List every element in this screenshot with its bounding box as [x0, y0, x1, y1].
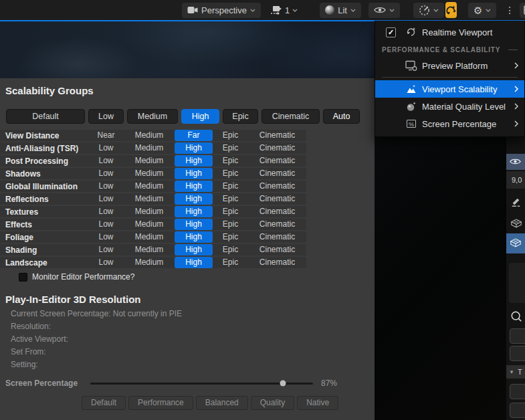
quality-cinematic-button[interactable]: Cinematic	[261, 109, 320, 124]
row-option-selected[interactable]: High	[175, 206, 213, 217]
row-option[interactable]: Epic	[213, 130, 248, 141]
slider-thumb[interactable]	[280, 381, 286, 387]
row-option[interactable]: Low	[88, 155, 124, 167]
category-header[interactable]: ▼ T	[506, 365, 525, 379]
clipped-button[interactable]	[510, 328, 525, 344]
row-option[interactable]: Medium	[124, 257, 175, 268]
row-option[interactable]: Cinematic	[248, 244, 306, 255]
row-option[interactable]: Epic	[213, 155, 248, 167]
row-option[interactable]: Epic	[213, 257, 248, 268]
menu-item-realtime-viewport[interactable]: ✓ Realtime Viewport	[375, 23, 524, 41]
property-value-field[interactable]: 9,0	[506, 171, 525, 189]
row-option-selected[interactable]: High	[175, 193, 213, 205]
row-option[interactable]: Cinematic	[248, 231, 306, 243]
performance-scalability-dropdown[interactable]	[413, 3, 444, 18]
preset-balanced-button[interactable]: Balanced	[196, 396, 248, 410]
row-option[interactable]: Medium	[124, 155, 175, 167]
row-option[interactable]: Epic	[213, 231, 248, 243]
row-option[interactable]: Medium	[124, 231, 175, 243]
row-option[interactable]: Low	[88, 231, 124, 243]
row-option[interactable]: Low	[88, 206, 124, 217]
visibility-toggle-button[interactable]	[506, 154, 525, 170]
menu-item-viewport-scalability[interactable]: Viewport Scalability	[375, 80, 524, 98]
camera-speed-control[interactable]: 1	[270, 5, 298, 15]
row-option[interactable]: Epic	[213, 142, 248, 154]
row-option[interactable]: Epic	[213, 181, 248, 192]
row-option[interactable]: Medium	[124, 142, 175, 154]
row-option[interactable]: Low	[88, 142, 124, 154]
preset-default-button[interactable]: Default	[82, 396, 126, 410]
row-option-selected[interactable]: Far	[175, 130, 213, 141]
row-option-selected[interactable]: High	[175, 168, 213, 179]
preset-native-button[interactable]: Native	[297, 396, 338, 410]
row-option[interactable]: Cinematic	[248, 181, 306, 192]
row-option-selected[interactable]: High	[175, 181, 213, 192]
row-option[interactable]: Epic	[213, 219, 248, 230]
quality-low-button[interactable]: Low	[88, 109, 124, 124]
realtime-checkbox[interactable]: ✓	[386, 27, 396, 37]
sparkle-arrows-button[interactable]	[445, 2, 457, 18]
row-option[interactable]: Epic	[213, 206, 248, 217]
viewport-layout-button[interactable]	[520, 3, 525, 18]
row-option[interactable]: Cinematic	[248, 193, 306, 205]
row-option[interactable]: Cinematic	[248, 142, 306, 154]
clipped-button[interactable]	[510, 346, 525, 361]
show-flags-dropdown[interactable]	[369, 3, 400, 18]
row-option[interactable]: Cinematic	[248, 219, 306, 230]
overflow-menu-button[interactable]: ⋮	[502, 5, 517, 15]
row-option[interactable]: Epic	[213, 193, 248, 205]
row-option-selected[interactable]: High	[175, 219, 213, 230]
clipped-button[interactable]	[510, 403, 525, 418]
row-option-selected[interactable]: High	[175, 231, 213, 243]
row-option[interactable]: Cinematic	[248, 257, 306, 268]
row-option[interactable]: Cinematic	[248, 155, 306, 167]
row-option[interactable]: Low	[88, 257, 124, 268]
quality-epic-button[interactable]: Epic	[223, 109, 258, 124]
eye-icon	[374, 6, 386, 14]
row-option[interactable]: Cinematic	[248, 130, 306, 141]
static-mesh-selected-button[interactable]	[506, 233, 525, 253]
row-option[interactable]: Medium	[124, 206, 175, 217]
row-option[interactable]: Medium	[124, 130, 175, 141]
row-option[interactable]: Medium	[124, 244, 175, 255]
row-option[interactable]: Low	[88, 168, 124, 179]
viewport-settings-dropdown[interactable]: ⚙	[468, 3, 496, 18]
eye-icon	[510, 156, 521, 168]
edit-pencil-icon[interactable]	[506, 193, 525, 211]
row-option[interactable]: Low	[88, 181, 124, 192]
row-option[interactable]: Cinematic	[248, 206, 306, 217]
search-icon[interactable]	[506, 307, 525, 326]
menu-item-preview-platform[interactable]: Preview Platform	[375, 57, 524, 74]
menu-item-material-quality-level[interactable]: Material Quality Level	[375, 98, 524, 115]
quality-high-button[interactable]: High	[181, 109, 219, 124]
monitor-performance-checkbox[interactable]	[19, 273, 27, 282]
menu-item-screen-percentage[interactable]: % Screen Percentage	[375, 115, 524, 132]
row-option[interactable]: Low	[88, 219, 124, 230]
row-option[interactable]: Low	[88, 244, 124, 255]
preset-performance-button[interactable]: Performance	[128, 396, 193, 410]
row-option[interactable]: Medium	[124, 193, 175, 205]
row-label: View Distance	[0, 131, 88, 140]
row-option-selected[interactable]: High	[175, 142, 213, 154]
row-option[interactable]: Medium	[124, 181, 175, 192]
screen-percentage-slider[interactable]	[90, 383, 313, 385]
row-option[interactable]: Medium	[124, 168, 175, 179]
quality-medium-button[interactable]: Medium	[127, 109, 178, 124]
perspective-dropdown[interactable]: Perspective	[182, 3, 261, 18]
row-option-selected[interactable]: High	[175, 244, 213, 255]
row-option[interactable]: Epic	[213, 244, 248, 255]
row-option[interactable]: Medium	[124, 219, 175, 230]
quality-auto-button[interactable]: Auto	[323, 109, 360, 124]
row-option[interactable]: Low	[88, 193, 124, 205]
clipped-button[interactable]	[510, 384, 525, 399]
row-option[interactable]: Epic	[213, 168, 248, 179]
quality-default-button[interactable]: Default	[6, 109, 85, 124]
row-option[interactable]: Near	[88, 130, 124, 141]
static-mesh-icon[interactable]	[506, 214, 525, 231]
row-option[interactable]: Cinematic	[248, 168, 306, 179]
section-label: PERFORMANCE & SCALABILITY	[382, 46, 500, 54]
view-mode-dropdown[interactable]: Lit	[320, 3, 361, 18]
row-option-selected[interactable]: High	[175, 257, 213, 268]
preset-quality-button[interactable]: Quality	[251, 396, 294, 410]
row-option-selected[interactable]: High	[175, 155, 213, 167]
